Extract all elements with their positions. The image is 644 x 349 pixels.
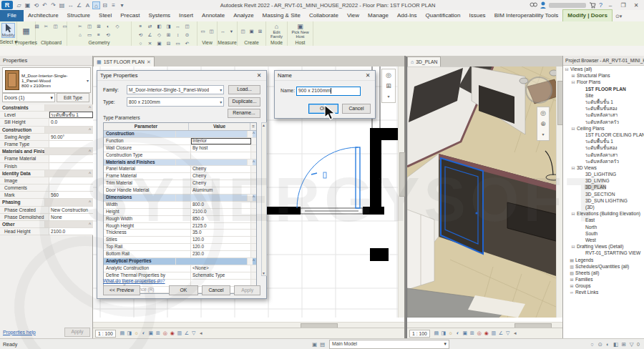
show-analytical-model-icon[interactable]: ∠	[497, 330, 504, 337]
reveal-hidden-elements-icon[interactable]: ◉	[483, 330, 490, 337]
drag-on-selection-icon[interactable]: ⊞	[620, 341, 628, 348]
select-pinned-icon[interactable]: ⊙	[596, 341, 604, 348]
close-icon[interactable]: ✕	[255, 72, 263, 79]
tree-toggle-icon[interactable]: ▧	[569, 270, 575, 275]
sync-icon[interactable]: ⟲	[32, 1, 40, 9]
apply-button[interactable]: Apply	[64, 328, 90, 337]
default-3d-view-icon[interactable]: ⌂	[92, 1, 100, 9]
tree-item[interactable]: East	[563, 217, 644, 223]
scroll-down-icon[interactable]: ▼	[262, 271, 265, 275]
sun-path-icon[interactable]: ☼	[133, 330, 140, 337]
show-crop-region-icon[interactable]: ⊞	[155, 330, 162, 337]
scale-control[interactable]: 1 : 100	[95, 330, 116, 338]
Quantification-icon[interactable]: Quantification	[421, 10, 465, 21]
properties-info-link[interactable]: What do these properties do?	[103, 278, 165, 283]
unjoin-icon[interactable]: ⟲	[104, 31, 112, 38]
worksets-icon[interactable]: ▣	[311, 341, 318, 348]
tree-item[interactable]: ⊟ Elevations (Building Elevation)	[563, 210, 644, 217]
tree-item[interactable]: 3D_PLAN	[563, 184, 644, 190]
tree-item[interactable]: ระดับหลังคาเสา	[563, 112, 644, 118]
tree-item[interactable]: ⊟ Floor Plans	[563, 79, 644, 85]
shadows-icon[interactable]: ◐	[454, 330, 462, 337]
tree-item[interactable]: (3D)	[563, 204, 644, 210]
tree-item[interactable]: 1ST FLOOR CEILING PLAN	[563, 132, 644, 138]
user-avatar-icon[interactable]	[540, 1, 546, 9]
open-icon[interactable]: ▱	[15, 1, 23, 9]
aligned-dimension-icon[interactable]: ∠	[75, 1, 83, 9]
collapse-bar-icon[interactable]: ◂	[197, 330, 205, 337]
tree-item[interactable]: ระดับพื้นชั้นสอง	[563, 144, 644, 151]
temporary-hide-isolate-icon[interactable]: ◎	[476, 330, 483, 337]
element-filter-combo[interactable]: Doors (1) ▾	[2, 93, 55, 102]
offset-geometry-icon[interactable]: ≡	[95, 31, 102, 38]
tree-item[interactable]: 3D_SUN LIGHTING	[563, 197, 644, 204]
cope-icon[interactable]: ▭	[86, 31, 93, 38]
thin-lines-icon[interactable]: ≡	[109, 1, 117, 9]
edit-type-button[interactable]: Edit Type	[57, 93, 89, 102]
tab-file[interactable]: File	[0, 10, 24, 21]
tree-item[interactable]: ระดับหลังคาครัว	[563, 158, 644, 164]
mirror-axis-icon[interactable]: ◧	[156, 23, 163, 29]
tree-item[interactable]: ⊟ 3D Views	[563, 164, 644, 171]
cut-geometry-icon[interactable]: ✂	[77, 23, 84, 29]
family-combo[interactable]: M_Door-Interior-Single-1_Panel-Wood▾	[127, 85, 224, 94]
demolish-icon[interactable]: ⌂	[77, 31, 84, 38]
close-button[interactable]: ✕	[631, 1, 641, 9]
tree-item[interactable]: 3D_LIGHTING	[563, 171, 644, 177]
properties-palette-icon[interactable]: ▦	[21, 26, 32, 36]
type-combo[interactable]: 800 x 2100mm▾	[127, 97, 224, 107]
show-crop-region-icon[interactable]: ⊞	[469, 330, 476, 337]
tree-toggle-icon[interactable]: ⊟	[564, 67, 570, 72]
array-icon[interactable]: ⊞	[165, 31, 172, 38]
undo-icon[interactable]: ↶	[41, 1, 49, 9]
3d-vertical-scrollbar[interactable]	[556, 67, 562, 318]
text-icon[interactable]: A	[84, 1, 92, 9]
steering-wheel-icon[interactable]: ◎	[384, 71, 393, 79]
tree-item[interactable]: 3D_SECTION	[563, 191, 644, 197]
type-dialog-titlebar[interactable]: Type Properties ✕	[97, 71, 266, 81]
modify-tab-combo[interactable]: ⊙▾	[613, 11, 625, 21]
select-by-face-icon[interactable]: ◧	[612, 341, 620, 348]
show-analytical-model-icon[interactable]: ∠	[183, 330, 190, 337]
modify-tool-button[interactable]: Modify	[1, 23, 16, 38]
switch-windows-icon[interactable]: ◫	[208, 28, 215, 34]
project-browser-title[interactable]: Project Browser - AR_RVT-01_MINI_HOU...	[563, 56, 644, 66]
tree-item[interactable]: South	[563, 230, 644, 237]
tree-toggle-icon[interactable]: ⊟	[570, 211, 576, 216]
tree-toggle-icon[interactable]: ∞	[569, 290, 575, 295]
split-icon[interactable]: ◇	[156, 31, 163, 38]
select-links-icon[interactable]: ○	[588, 341, 596, 348]
tree-item[interactable]: 1ST FLOOR PLAN	[563, 86, 644, 92]
plan-vertical-scrollbar[interactable]	[398, 67, 404, 318]
tree-toggle-icon[interactable]: ⊟	[570, 126, 576, 131]
cut-icon[interactable]: ✂	[43, 23, 50, 29]
copy-geometry-icon[interactable]: ◫	[86, 23, 93, 29]
help-icon[interactable]: ?	[599, 1, 602, 9]
Structure-icon[interactable]: Structure	[63, 10, 94, 21]
visual-style-icon[interactable]: ◨	[440, 330, 447, 337]
save-icon[interactable]: ▣	[24, 1, 31, 9]
type-selector-dropdown-icon[interactable]: ▾	[85, 78, 90, 83]
tree-item[interactable]: ระดับพื้นชั้น 1	[563, 99, 644, 105]
Precast-icon[interactable]: Precast	[116, 10, 144, 21]
restore-button[interactable]: ❐	[618, 1, 628, 9]
cart-icon[interactable]	[589, 2, 596, 9]
visual-style-icon[interactable]: ◨	[126, 330, 133, 337]
edit-family-button[interactable]: ⌂ Edit Family	[268, 23, 286, 39]
tree-item[interactable]: ⊞ Structural Plans	[563, 72, 644, 79]
reveal-constraints-icon[interactable]: ▽	[190, 330, 197, 337]
rotate-icon[interactable]: ⟲	[137, 31, 145, 38]
filter-icon[interactable]: ▽	[628, 341, 635, 348]
ok-button[interactable]: OK	[169, 285, 198, 295]
mirror-pick-icon[interactable]: ◨	[165, 23, 172, 29]
detail-level-icon[interactable]: ▤	[433, 330, 440, 337]
copy-to-clipboard-icon[interactable]: ◫	[52, 23, 59, 29]
search-icon[interactable]	[530, 2, 537, 9]
redo-icon[interactable]: ↷	[49, 1, 57, 9]
move-icon[interactable]: ↔	[175, 23, 182, 29]
design-options-icon[interactable]: ▤	[318, 341, 326, 348]
selected-door-symbol[interactable]	[297, 147, 360, 208]
tab-1st-floor-plan[interactable]: ▦ 1ST FLOOR PLAN ✕	[93, 56, 155, 67]
shadows-icon[interactable]: ◐	[140, 330, 147, 337]
scroll-up-icon[interactable]: ▲	[262, 123, 265, 127]
